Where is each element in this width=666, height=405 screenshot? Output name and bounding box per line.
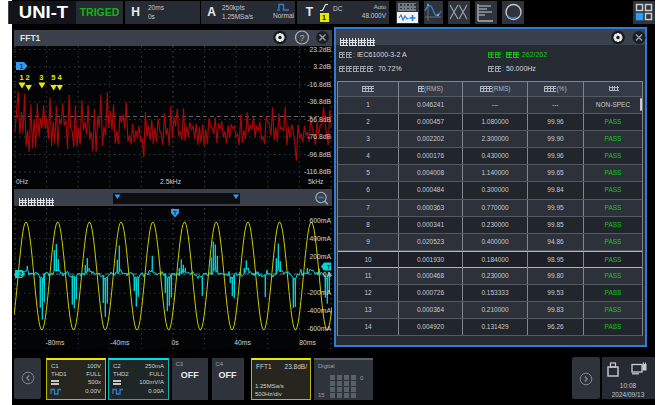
- svg-text:T: T: [327, 264, 331, 270]
- svg-text:-400mA: -400mA: [307, 306, 331, 313]
- svg-text:1: 1: [20, 63, 24, 70]
- svg-text:-40ms: -40ms: [111, 339, 130, 346]
- svg-text:-96.8dB: -96.8dB: [307, 150, 331, 157]
- svg-text:-76.8dB: -76.8dB: [307, 133, 331, 140]
- svg-text:2.5kHz: 2.5kHz: [160, 177, 182, 184]
- svg-text:1: 1: [19, 73, 23, 82]
- svg-text:23.2dB: 23.2dB: [309, 46, 331, 53]
- svg-text:2: 2: [25, 73, 29, 82]
- svg-text:-200mA: -200mA: [307, 288, 331, 295]
- svg-text:-80ms: -80ms: [46, 339, 65, 346]
- svg-text:0Hz: 0Hz: [16, 177, 29, 184]
- svg-text:600mA: 600mA: [309, 216, 331, 223]
- svg-text:5kHz: 5kHz: [308, 177, 324, 184]
- svg-text:200mA: 200mA: [309, 253, 331, 260]
- svg-text:-36.8dB: -36.8dB: [307, 98, 331, 105]
- svg-text:0s: 0s: [171, 339, 179, 346]
- svg-text:4: 4: [57, 73, 62, 82]
- svg-text:0A: 0A: [323, 270, 332, 277]
- svg-text:?: ?: [299, 33, 304, 43]
- svg-text:-600mA: -600mA: [307, 325, 331, 332]
- svg-text:5: 5: [51, 73, 55, 82]
- svg-text:400mA: 400mA: [309, 235, 331, 242]
- svg-text:3.2dB: 3.2dB: [313, 63, 331, 70]
- svg-text:-16.8dB: -16.8dB: [307, 80, 331, 87]
- svg-text:2: 2: [19, 270, 23, 277]
- svg-text:-56.8dB: -56.8dB: [307, 115, 331, 122]
- svg-text:3: 3: [39, 73, 43, 82]
- svg-text:80ms: 80ms: [299, 339, 316, 346]
- svg-text:-116.8dB: -116.8dB: [304, 168, 332, 175]
- svg-text:T: T: [173, 210, 177, 216]
- svg-text:40ms: 40ms: [234, 339, 251, 346]
